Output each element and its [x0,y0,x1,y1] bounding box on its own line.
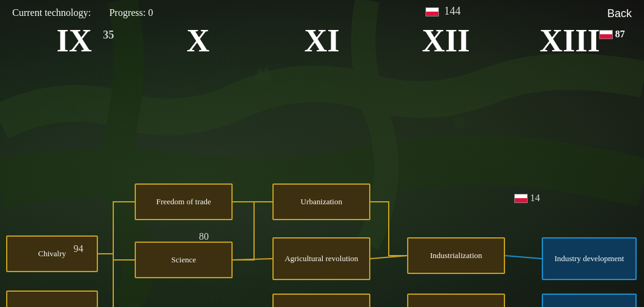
current-tech-label: Current technology: [12,7,91,18]
era-xiii: XIII 87 [512,23,628,59]
era-ix: IX 35 [16,23,132,59]
map-number-80: 80 [199,231,209,242]
tech-node-mortars[interactable]: Mortars [542,294,637,307]
tech-node-urbanization[interactable]: Urbanization [272,183,370,220]
tech-node-rifle[interactable]: Rifle [407,294,505,307]
tech-node-science[interactable]: Science [135,242,233,278]
tech-node-industrialization[interactable]: Industrialization [407,237,505,274]
header: Current technology: Progress: 0 Back [0,0,644,26]
tech-node-powder[interactable]: Powder [272,294,370,307]
tech-tree: ChivalryFreedom of tradeScienceArmy mode… [0,86,644,307]
map-number-144: 144 [425,5,461,18]
era-xi: XI [264,23,380,59]
ui-layer: Current technology: Progress: 0 Back IX … [0,0,644,307]
tech-node-industry_dev[interactable]: Industry development [542,237,637,280]
tech-node-freedom_of_trade[interactable]: Freedom of trade [135,183,233,220]
era-xii: XII [388,23,504,59]
era-x: X [140,23,256,59]
map-number-87-flag: 14 [514,193,540,204]
era-labels: IX 35 X XI XII XIII 87 [0,23,644,59]
progress-label: Progress: 0 [109,7,153,18]
tech-node-army_mod[interactable]: Army modernization II [6,290,98,307]
flag-icon-xiii [599,30,613,39]
tech-node-agri_rev[interactable]: Agricultural revolution [272,237,370,280]
tech-node-chivalry[interactable]: Chivalry [6,235,98,272]
map-number-94: 94 [73,243,83,254]
back-button[interactable]: Back [607,7,632,20]
